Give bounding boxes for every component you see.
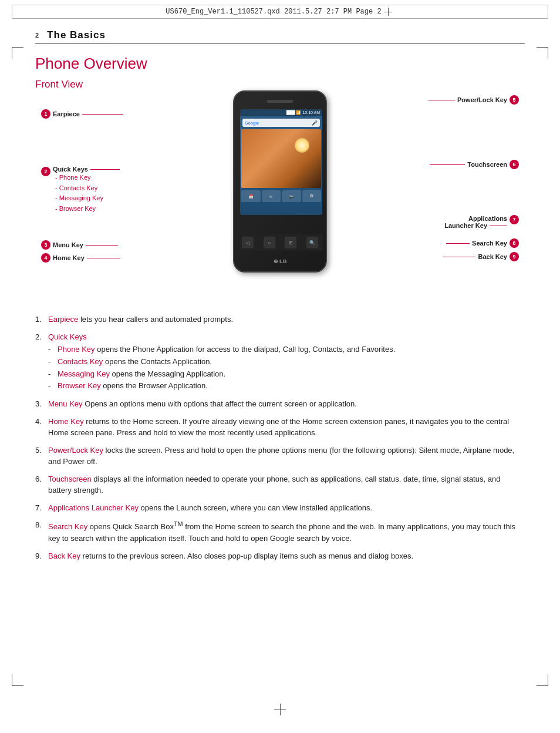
desc-text-browser: opens the Browser Application.: [101, 381, 208, 390]
desc-text-messaging: opens the Messaging Application.: [110, 369, 225, 378]
desc-text-phone: opens the Phone Application for access t…: [95, 345, 396, 354]
corner-mark-tl: [12, 47, 23, 59]
desc-key-home: Home Key: [48, 417, 84, 426]
phone-nav-menu: ⊞: [285, 237, 296, 248]
sub-dash-1: -: [48, 344, 58, 356]
callout-menu-key: 3 Menu Key: [41, 240, 118, 250]
main-content: 2 The Basics Phone Overview Front View 1…: [35, 23, 525, 561]
desc-item-3: 3. Menu Key Opens an options menu with o…: [35, 398, 525, 410]
desc-content-9: Back Key returns to the previous screen.…: [48, 550, 525, 562]
desc-num-5: 5.: [35, 445, 48, 468]
header-text: US670_Eng_Ver1.1_110527.qxd 2011.5.27 2:…: [166, 8, 381, 16]
phone-body: ▉▉▉ 📶 10:10 AM Google 🎤 📅 ✉ 📷: [233, 90, 327, 273]
sub-item-messaging-key: - Messaging Key opens the Messaging Appl…: [48, 368, 525, 381]
callout-quick-keys: 2 Quick Keys - Phone Key - Contacts Key …: [41, 166, 120, 214]
desc-content-2: Quick Keys - Phone Key opens the Phone A…: [48, 331, 525, 393]
callout-number-3: 3: [41, 240, 50, 250]
sub-dash-4: -: [48, 380, 58, 392]
desc-key-messaging: Messaging Key: [58, 369, 110, 378]
callout-power-lock: 5 Power/Lock Key: [429, 95, 519, 105]
desc-num-3: 3.: [35, 398, 48, 410]
trademark-sup: TM: [174, 520, 183, 527]
sub-item-contacts-key: - Contacts Key opens the Contacts Applic…: [48, 356, 525, 368]
sub-dash-2: -: [48, 356, 58, 368]
desc-num-4: 4.: [35, 416, 48, 439]
callout-number-2: 2: [41, 167, 50, 176]
sub-list-quick-keys: - Phone Key opens the Phone Application …: [48, 344, 525, 392]
phone-google-bar: Google 🎤: [242, 119, 320, 127]
phone-logo: ⊕ LG: [234, 258, 326, 264]
app-icon-2: ✉: [262, 190, 281, 202]
callout-line-pl: [429, 100, 455, 100]
callout-number-9: 9: [510, 252, 519, 261]
desc-num-2: 2.: [35, 331, 48, 393]
app-icon-4: 🖼: [302, 190, 322, 202]
callout-line-earpiece: [82, 114, 123, 115]
callout-search-key: 8 Search Key: [446, 238, 519, 248]
callout-number-6: 6: [510, 160, 519, 169]
callout-label-search-key: Search Key: [472, 240, 507, 247]
corner-mark-tr: [537, 47, 548, 59]
front-view-label: Front View: [35, 79, 83, 90]
desc-content-1: Earpiece lets you hear callers and autom…: [48, 314, 525, 325]
callout-label-touchscreen: Touchscreen: [467, 161, 507, 168]
phone-screen: ▉▉▉ 📶 10:10 AM Google 🎤 📅 ✉ 📷: [240, 109, 322, 215]
app-icon-3: 📷: [282, 190, 301, 202]
desc-item-4: 4. Home Key returns to the Home screen. …: [35, 416, 525, 439]
phone-app-grid: 📅 ✉ 📷 🖼: [241, 190, 321, 202]
callout-number-1: 1: [41, 109, 50, 119]
desc-key-phone: Phone Key: [58, 345, 95, 354]
desc-text-earpiece: lets you hear callers and automated prom…: [80, 315, 233, 324]
phone-wallpaper: [241, 129, 321, 188]
callout-line-sk: [446, 243, 470, 244]
phone-earpiece-slot: [267, 100, 294, 103]
desc-text-menu: Opens an options menu with options that …: [85, 399, 357, 408]
desc-num-6: 6.: [35, 473, 48, 496]
desc-key-power: Power/Lock Key: [48, 446, 103, 455]
phone-diagram: ▉▉▉ 📶 10:10 AM Google 🎤 📅 ✉ 📷: [233, 90, 327, 273]
callout-number-8: 8: [510, 238, 519, 248]
callout-number-5: 5: [510, 95, 519, 105]
desc-item-1: 1. Earpiece lets you hear callers and au…: [35, 314, 525, 325]
desc-key-quick-keys: Quick Keys: [48, 332, 87, 341]
desc-text-touchscreen: displays all the information needed to o…: [48, 475, 500, 495]
desc-key-app-launcher: Applications Launcher Key: [48, 503, 139, 512]
bottom-crosshair: [274, 704, 286, 715]
callout-back-key: 9 Back Key: [443, 252, 519, 261]
phone-nav-search: 🔍: [306, 237, 318, 248]
desc-key-earpiece: Earpiece: [48, 315, 78, 324]
corner-mark-br: [537, 674, 548, 686]
callout-touchscreen: 6 Touchscreen: [430, 160, 519, 169]
description-list: 1. Earpiece lets you hear callers and au…: [35, 314, 525, 561]
callout-earpiece: 1 Earpiece: [41, 109, 123, 119]
callout-label-app-launcher-2: Launcher Key: [444, 222, 507, 229]
phone-nav-home: ○: [264, 237, 275, 248]
desc-item-6: 6. Touchscreen displays all the informat…: [35, 473, 525, 496]
desc-num-7: 7.: [35, 502, 48, 514]
diagram-area: Front View 1 Earpiece 2 Quick Keys - Pho…: [35, 79, 525, 302]
callout-number-7: 7: [510, 215, 519, 224]
callout-label-quick-keys: Quick Keys: [53, 166, 88, 173]
header-bar: US670_Eng_Ver1.1_110527.qxd 2011.5.27 2:…: [12, 5, 548, 19]
desc-content-5: Power/Lock Key locks the screen. Press a…: [48, 445, 525, 468]
desc-item-2: 2. Quick Keys - Phone Key opens the Phon…: [35, 331, 525, 393]
desc-num-9: 9.: [35, 550, 48, 562]
callout-label-power-lock: Power/Lock Key: [457, 96, 507, 103]
callout-label-menu-key: Menu Key: [53, 241, 83, 248]
header-crosshair: [384, 8, 392, 16]
desc-text-power: locks the screen. Press and hold to open…: [48, 446, 514, 466]
section-header: 2 The Basics: [35, 29, 525, 44]
desc-key-contacts: Contacts Key: [58, 357, 103, 366]
sub-item-browser-key: - Browser Key opens the Browser Applicat…: [48, 380, 525, 392]
phone-status-bar: ▉▉▉ 📶 10:10 AM: [240, 109, 322, 116]
phone-nav-bar: ◁ ○ ⊞ 🔍: [237, 234, 323, 251]
desc-text-contacts: opens the Contacts Application.: [103, 357, 212, 366]
phone-sun: [295, 138, 309, 153]
desc-content-8: Search Key opens Quick Search BoxTM from…: [48, 519, 525, 544]
desc-text-app-launcher: opens the Launch screen, where you can v…: [141, 503, 373, 512]
callout-app-launcher: 7 Applications Launcher Key: [444, 215, 519, 229]
callout-label-home-key: Home Key: [53, 254, 85, 261]
desc-key-browser: Browser Key: [58, 381, 101, 390]
section-title: The Basics: [47, 29, 106, 41]
quick-keys-sub: - Phone Key - Contacts Key - Messaging K…: [55, 173, 120, 214]
